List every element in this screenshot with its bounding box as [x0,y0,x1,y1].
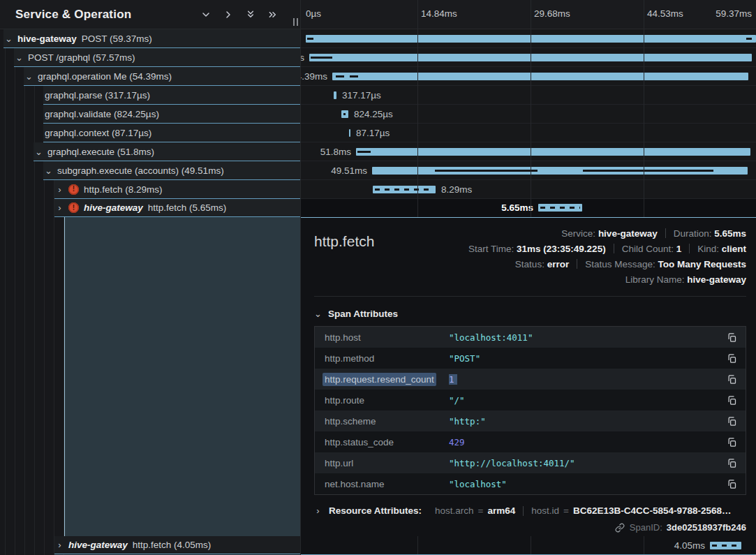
chevrons-down-icon[interactable] [244,8,257,21]
attribute-value: "localhost" [449,479,725,489]
span-bar[interactable] [356,148,750,156]
attribute-row[interactable]: http.method"POST" [315,348,746,369]
panel-resize-handle[interactable] [293,18,298,26]
duration-label: 51.8ms [320,147,351,157]
timeline-row[interactable]: 8.29ms [301,180,756,199]
span-bar[interactable] [373,186,436,193]
span-label: http.fetch (4.05ms) [133,540,212,550]
attribute-key: net.host.name [325,479,449,489]
meta-divider [665,228,666,238]
copy-icon[interactable] [725,395,737,406]
attribute-row[interactable]: net.host.name"localhost" [315,473,746,494]
copy-icon[interactable] [725,374,737,385]
span-bar[interactable] [309,54,752,61]
meta-label: Kind: [697,244,722,254]
span-meta-line: Status: errorStatus Message: Too Many Re… [314,257,746,272]
resource-attribute: host.arch=arm64 [435,505,515,516]
span-attributes-header[interactable]: ⌄ Span Attributes [314,309,746,319]
service-name: hive-gateway [17,34,77,44]
span-bar[interactable] [306,35,756,43]
copy-icon[interactable] [725,458,737,468]
attribute-row[interactable]: http.status_code429 [315,431,746,452]
attribute-value: "/" [449,395,725,406]
child-span-mark [343,113,346,115]
tree-expander-icon[interactable]: ⌄ [35,147,43,156]
span-bar[interactable] [372,167,748,175]
tree-row[interactable]: ⌄subgraph.execute (accounts) (49.51ms) [43,161,300,180]
tree-row[interactable]: ›!hive-gatewayhttp.fetch (5.65ms) [54,199,300,217]
tree-row[interactable]: graphql.validate (824.25µs) [43,105,300,124]
duration-label: 8.29ms [441,184,472,195]
equals-sign: = [563,505,569,516]
tree-row[interactable]: ›hive-gatewayhttp.fetch (4.05ms) [54,536,300,554]
span-bar[interactable] [341,110,348,118]
meta-divider [689,244,690,253]
tree-expander-icon[interactable]: › [56,185,64,194]
resource-attributes-row[interactable]: › Resource Attributes: host.arch=arm64ho… [314,505,746,516]
tree-expander-icon[interactable]: ⌄ [5,34,13,43]
tree-header: Service & Operation [0,0,300,29]
span-bar[interactable] [332,73,748,80]
timeline-gridline [644,536,644,555]
timeline-row[interactable]: 824.25µs [301,105,756,124]
attribute-row[interactable]: http.url"http://localhost:4011/" [315,452,746,473]
tree-expander-icon[interactable]: › [56,203,64,212]
tree-row[interactable]: ›!http.fetch (8.29ms) [54,180,300,199]
attribute-row[interactable]: http.request.resend_count1 [315,369,746,390]
tree-expander-icon[interactable]: ⌄ [45,166,52,175]
timeline-row[interactable]: 57.57ms [301,48,756,67]
timeline-axis: 0µs14.84ms29.68ms44.53ms59.37ms [301,0,756,29]
tree-row[interactable]: ⌄hive-gatewayPOST (59.37ms) [3,29,300,48]
trace-viewer: Service & Operation ⌄hive-gatewayPOST (5… [0,0,756,555]
duration-label: 49.51ms [331,165,367,176]
span-bar[interactable] [349,129,350,137]
span-id-row: SpanID:3de02518937fb246 [314,522,746,533]
service-name: hive-gateway [68,540,128,550]
span-bar[interactable] [710,542,741,549]
chevron-right-icon[interactable] [222,8,235,21]
copy-icon[interactable] [725,437,737,447]
timeline-row[interactable]: 317.17µs [301,86,756,105]
copy-icon[interactable] [725,479,737,489]
attribute-row[interactable]: http.scheme"http:" [315,410,746,431]
timeline-row[interactable]: 49.51ms [301,161,756,180]
tree-expander-icon[interactable]: ⌄ [25,72,33,81]
span-bar[interactable] [334,91,336,99]
tree-row[interactable]: ⌄POST /graphql (57.57ms) [14,48,300,67]
attribute-value: "http:" [449,416,725,427]
error-icon: ! [68,202,79,213]
tree-expander-icon[interactable]: ⌄ [15,53,23,62]
selected-span-expansion [64,217,300,536]
timeline-gridline [417,536,418,555]
copy-icon[interactable] [725,332,737,343]
child-span-mark [583,170,713,172]
timeline-row[interactable]: 87.17µs [301,124,756,142]
span-label: graphql.context (87.17µs) [45,128,151,138]
copy-icon[interactable] [725,416,737,427]
attribute-key: http.scheme [325,416,449,427]
tree-row[interactable]: graphql.context (87.17µs) [43,124,300,142]
tree-row[interactable]: ⌄graphql.execute (51.8ms) [34,142,300,161]
copy-icon[interactable] [725,353,737,364]
attribute-row[interactable]: http.route"/" [315,390,746,410]
duration-label: 4.05ms [674,540,705,551]
meta-value: hive-gateway [598,228,658,239]
timeline-row[interactable]: 54.39ms [301,67,756,86]
child-span-mark [307,38,313,40]
timeline-row[interactable]: 5.65ms [301,199,756,217]
attribute-row[interactable]: http.host"localhost:4011" [315,327,746,348]
span-bar[interactable] [538,204,582,212]
tree-row[interactable]: ⌄graphql.operation Me (54.39ms) [24,67,300,86]
chevrons-right-icon[interactable] [267,8,279,21]
tree-expander-icon[interactable]: › [56,540,64,549]
timeline-row[interactable]: 51.8ms [301,142,756,161]
timeline-row[interactable] [301,29,756,48]
error-icon: ! [68,184,79,195]
duration-label: 54.39ms [301,71,327,82]
link-icon[interactable] [615,523,625,533]
tree-rows: ⌄hive-gatewayPOST (59.37ms)⌄POST /graphq… [0,29,300,217]
child-span-mark [311,57,332,59]
chevron-down-icon[interactable] [200,8,212,21]
tree-row[interactable]: graphql.parse (317.17µs) [43,86,300,105]
duration-label: 5.65ms [501,202,533,213]
